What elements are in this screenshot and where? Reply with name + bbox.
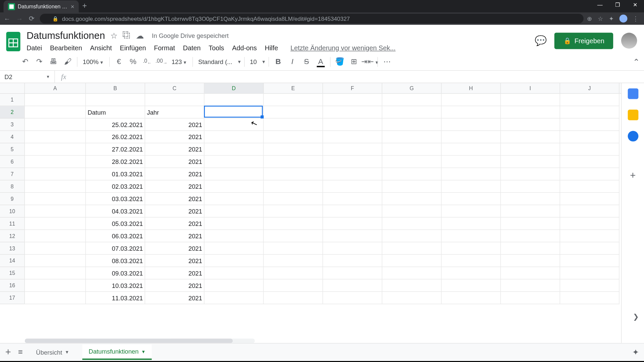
menu-insert[interactable]: Einfügen <box>120 44 146 51</box>
row-header-6[interactable]: 6 <box>0 156 24 168</box>
cloud-icon[interactable]: ☁ <box>136 31 144 41</box>
cell-I11[interactable] <box>501 218 560 230</box>
cell-J8[interactable] <box>560 180 620 193</box>
cell-A2[interactable] <box>25 106 86 119</box>
row-header-9[interactable]: 9 <box>0 193 24 205</box>
cell-F4[interactable] <box>323 131 382 143</box>
row-header-7[interactable]: 7 <box>0 168 24 180</box>
cell-J4[interactable] <box>560 131 620 143</box>
cell-D14[interactable] <box>204 255 264 267</box>
text-color-button[interactable]: A <box>314 57 327 66</box>
cell-E13[interactable] <box>264 242 323 255</box>
cell-H8[interactable] <box>441 180 501 193</box>
bookmark-icon[interactable]: ☆ <box>598 15 603 22</box>
select-all-corner[interactable] <box>0 83 25 94</box>
cell-F15[interactable] <box>323 267 382 280</box>
menu-format[interactable]: Format <box>154 44 175 51</box>
percent-button[interactable]: % <box>126 57 140 66</box>
cell-A14[interactable] <box>25 255 86 267</box>
cell-A6[interactable] <box>25 156 86 168</box>
comments-icon[interactable]: 💬 <box>535 35 547 46</box>
col-header-J[interactable]: J <box>560 83 620 93</box>
cell-I10[interactable] <box>501 205 560 218</box>
cell-G5[interactable] <box>382 143 442 156</box>
cell-D5[interactable] <box>204 143 264 156</box>
col-header-F[interactable]: F <box>323 83 382 93</box>
cell-E11[interactable] <box>264 218 323 230</box>
number-format-dropdown[interactable]: 123▼ <box>169 58 190 65</box>
cell-C7[interactable]: 2021 <box>145 168 205 180</box>
cell-E7[interactable] <box>264 168 323 180</box>
cell-G9[interactable] <box>382 193 442 205</box>
cell-A17[interactable] <box>25 292 86 304</box>
italic-button[interactable]: I <box>286 57 299 66</box>
bold-button[interactable]: B <box>272 57 285 66</box>
cell-D10[interactable] <box>204 205 264 218</box>
cell-H4[interactable] <box>441 131 501 143</box>
more-toolbar-button[interactable]: ⋯ <box>380 57 394 66</box>
undo-button[interactable]: ↶ <box>18 57 32 66</box>
doc-title[interactable]: Datumsfunktionen <box>26 30 105 41</box>
new-tab-button[interactable]: + <box>79 0 91 12</box>
col-header-I[interactable]: I <box>501 83 560 93</box>
cell-F16[interactable] <box>323 280 382 292</box>
cell-B2[interactable]: Datum <box>86 106 145 119</box>
cell-D4[interactable] <box>204 131 264 143</box>
strikethrough-button[interactable]: S <box>300 57 313 66</box>
redo-button[interactable]: ↷ <box>33 57 46 66</box>
tasks-sidepanel-icon[interactable] <box>628 131 638 141</box>
menu-data[interactable]: Daten <box>183 44 201 51</box>
cell-A10[interactable] <box>25 205 86 218</box>
cell-H14[interactable] <box>441 255 501 267</box>
cell-C8[interactable]: 2021 <box>145 180 205 193</box>
cell-G8[interactable] <box>382 180 442 193</box>
cell-C2[interactable]: Jahr <box>145 106 205 119</box>
cell-A8[interactable] <box>25 180 86 193</box>
cell-A15[interactable] <box>25 267 86 280</box>
cell-E4[interactable] <box>264 131 323 143</box>
cell-C11[interactable]: 2021 <box>145 218 205 230</box>
cell-J7[interactable] <box>560 168 620 180</box>
sheets-logo-icon[interactable] <box>4 30 22 53</box>
explore-button[interactable]: ✦ <box>632 347 639 357</box>
cell-B13[interactable]: 07.03.2021 <box>86 242 145 255</box>
cell-D16[interactable] <box>204 280 264 292</box>
cell-D1[interactable] <box>204 94 264 106</box>
cell-D9[interactable] <box>204 193 264 205</box>
cell-B14[interactable]: 08.03.2021 <box>86 255 145 267</box>
cell-F5[interactable] <box>323 143 382 156</box>
cell-G4[interactable] <box>382 131 442 143</box>
cell-I16[interactable] <box>501 280 560 292</box>
reload-button[interactable]: ⟳ <box>28 15 36 23</box>
cell-E16[interactable] <box>264 280 323 292</box>
cell-E8[interactable] <box>264 180 323 193</box>
cell-F9[interactable] <box>323 193 382 205</box>
increase-decimal-button[interactable]: .00→ <box>155 58 168 65</box>
browser-tab[interactable]: Datumsfunktionen - Google Tab × <box>4 0 79 12</box>
cell-F13[interactable] <box>323 242 382 255</box>
cell-A12[interactable] <box>25 230 86 242</box>
cell-H9[interactable] <box>441 193 501 205</box>
cell-B6[interactable]: 28.02.2021 <box>86 156 145 168</box>
cell-E14[interactable] <box>264 255 323 267</box>
col-header-H[interactable]: H <box>441 83 501 93</box>
menu-view[interactable]: Ansicht <box>90 44 112 51</box>
cell-D7[interactable] <box>204 168 264 180</box>
cell-F17[interactable] <box>323 292 382 304</box>
cell-F14[interactable] <box>323 255 382 267</box>
cell-H16[interactable] <box>441 280 501 292</box>
profile-avatar-icon[interactable] <box>620 15 628 23</box>
col-header-A[interactable]: A <box>25 83 86 93</box>
cell-I14[interactable] <box>501 255 560 267</box>
sheet-tab-overview[interactable]: Übersicht▼ <box>30 345 75 359</box>
cell-A13[interactable] <box>25 242 86 255</box>
fill-color-button[interactable]: 🪣 <box>333 57 346 66</box>
cell-I5[interactable] <box>501 143 560 156</box>
cell-C17[interactable]: 2021 <box>145 292 205 304</box>
merge-button[interactable]: ⇥⇤▼ <box>361 57 375 66</box>
cell-B9[interactable]: 03.03.2021 <box>86 193 145 205</box>
cell-B12[interactable]: 06.03.2021 <box>86 230 145 242</box>
cell-H5[interactable] <box>441 143 501 156</box>
cell-H10[interactable] <box>441 205 501 218</box>
cell-F12[interactable] <box>323 230 382 242</box>
